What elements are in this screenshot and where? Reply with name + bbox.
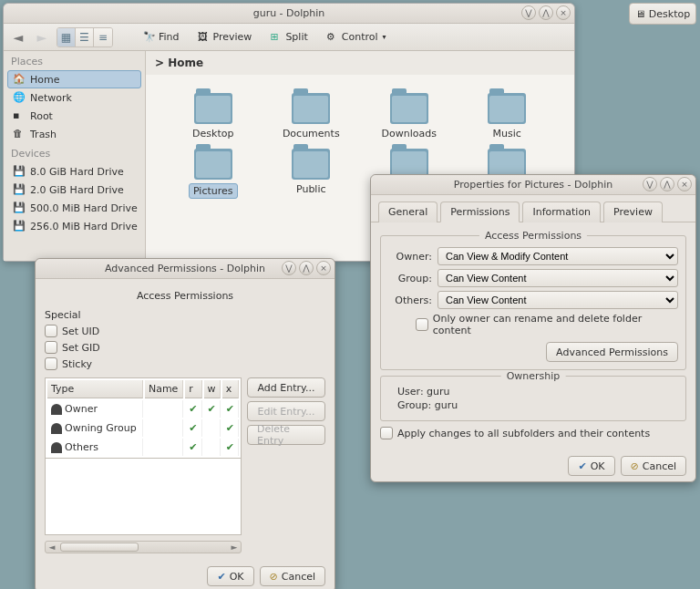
close-button[interactable]: × xyxy=(316,261,331,275)
advanced-permissions-body: Access Permissions Special Set UID Set G… xyxy=(36,279,335,561)
col-x[interactable]: x xyxy=(222,380,239,398)
compact-view-button[interactable]: ☰ xyxy=(76,28,94,46)
cancel-button[interactable]: ⊘Cancel xyxy=(621,456,686,476)
only-owner-checkbox[interactable] xyxy=(416,318,428,331)
maximize-button[interactable]: ⋀ xyxy=(539,5,553,20)
apply-subfolders-checkbox[interactable] xyxy=(380,427,393,439)
scroll-left-icon[interactable]: ◄ xyxy=(46,542,58,552)
owner-select[interactable]: Can View & Modify Content xyxy=(438,247,678,265)
folder-pictures[interactable]: Pictures xyxy=(173,149,253,199)
cancel-icon: ⊘ xyxy=(631,460,639,472)
details-view-button[interactable]: ≡ xyxy=(94,28,112,46)
col-w[interactable]: w xyxy=(204,380,221,398)
folder-music[interactable]: Music xyxy=(468,93,548,140)
sidebar-item-trash[interactable]: 🗑Trash xyxy=(4,125,145,143)
minimize-button[interactable]: ⋁ xyxy=(643,177,657,191)
binoculars-icon: 🔭 xyxy=(143,31,156,44)
forward-button[interactable]: ► xyxy=(33,28,51,46)
group-owner-value: guru xyxy=(435,399,458,411)
table-row[interactable]: Owner✔✔✔ xyxy=(47,400,239,418)
col-type[interactable]: Type xyxy=(47,380,143,398)
drive-icon: 💾 xyxy=(13,220,26,232)
set-gid-checkbox[interactable] xyxy=(45,341,57,354)
gear-icon: ⚙ xyxy=(326,31,339,44)
special-label: Special xyxy=(45,309,325,321)
sidebar-item-drive-3[interactable]: 💾256.0 MiB Hard Drive xyxy=(4,217,145,235)
check-icon: ✔ xyxy=(578,460,586,472)
find-button[interactable]: 🔭Find xyxy=(137,27,186,47)
ok-button[interactable]: ✔OK xyxy=(568,456,614,476)
folder-public[interactable]: Public xyxy=(272,149,352,199)
tab-preview[interactable]: Preview xyxy=(603,202,663,222)
add-entry-button[interactable]: Add Entry... xyxy=(247,377,325,398)
delete-entry-button[interactable]: Delete Entry xyxy=(247,425,325,445)
scroll-right-icon[interactable]: ► xyxy=(228,542,241,552)
group-select[interactable]: Can View Content xyxy=(438,269,678,287)
desktop-switcher[interactable]: 🖥 Desktop xyxy=(629,3,696,25)
table-row[interactable]: Others✔✔ xyxy=(47,439,239,456)
sidebar-item-network[interactable]: 🌐Network xyxy=(4,88,145,107)
places-header: Places xyxy=(4,51,145,70)
root-icon: ▪ xyxy=(13,109,26,122)
table-scrollbar[interactable]: ◄► xyxy=(45,541,242,553)
main-titlebar[interactable]: guru - Dolphin ⋁ ⋀ × xyxy=(4,4,574,24)
main-title: guru - Dolphin xyxy=(253,7,325,19)
folder-desktop[interactable]: Desktop xyxy=(173,93,253,140)
folder-downloads[interactable]: Downloads xyxy=(369,93,449,140)
network-icon: 🌐 xyxy=(13,91,26,104)
drive-icon: 💾 xyxy=(13,183,26,196)
owner-label: Owner: xyxy=(388,251,432,263)
sidebar-item-home[interactable]: 🏠Home xyxy=(7,70,141,88)
control-button[interactable]: ⚙Control▾ xyxy=(320,27,393,47)
icons-view-button[interactable]: ▦ xyxy=(57,28,76,46)
tab-general[interactable]: General xyxy=(378,202,438,222)
sidebar-item-drive-0[interactable]: 💾8.0 GiB Hard Drive xyxy=(4,162,145,181)
sidebar-item-drive-2[interactable]: 💾500.0 MiB Hard Drive xyxy=(4,199,145,217)
split-button[interactable]: ⊞Split xyxy=(263,27,314,47)
others-label: Others: xyxy=(388,294,432,306)
folder-icon xyxy=(194,149,232,180)
close-button[interactable]: × xyxy=(556,5,571,20)
properties-button-row: ✔OK ⊘Cancel xyxy=(371,450,695,481)
user-value: guru xyxy=(427,386,449,398)
maximize-button[interactable]: ⋀ xyxy=(660,177,674,191)
preview-button[interactable]: 🖼Preview xyxy=(191,27,259,47)
scroll-thumb[interactable] xyxy=(60,542,139,552)
tab-permissions[interactable]: Permissions xyxy=(440,202,520,222)
col-r[interactable]: r xyxy=(185,380,201,398)
only-owner-label: Only owner can rename and delete folder … xyxy=(433,313,678,336)
breadcrumb[interactable]: > Home xyxy=(146,51,574,75)
col-name[interactable]: Name xyxy=(145,380,183,398)
sidebar-item-drive-1[interactable]: 💾2.0 GiB Hard Drive xyxy=(4,181,145,199)
properties-body: Access Permissions Owner:Can View & Modi… xyxy=(371,222,695,450)
group-label: Group: xyxy=(388,273,432,284)
folder-documents[interactable]: Documents xyxy=(272,93,352,140)
sticky-checkbox[interactable] xyxy=(45,357,57,370)
trash-icon: 🗑 xyxy=(13,128,26,140)
access-permissions-group: Access Permissions Owner:Can View & Modi… xyxy=(380,235,686,370)
edit-entry-button[interactable]: Edit Entry... xyxy=(247,401,325,421)
others-select[interactable]: Can View Content xyxy=(438,291,678,309)
set-uid-checkbox[interactable] xyxy=(45,325,57,337)
advanced-button-row: ✔OK ⊘Cancel xyxy=(36,561,335,589)
maximize-button[interactable]: ⋀ xyxy=(299,261,314,275)
advanced-permissions-titlebar[interactable]: Advanced Permissions - Dolphin ⋁ ⋀ × xyxy=(36,259,335,279)
minimize-button[interactable]: ⋁ xyxy=(282,261,296,275)
minimize-button[interactable]: ⋁ xyxy=(521,5,536,20)
cancel-icon: ⊘ xyxy=(270,571,278,583)
advanced-permissions-title: Advanced Permissions - Dolphin xyxy=(105,263,265,274)
tab-information[interactable]: Information xyxy=(522,202,601,222)
table-row[interactable]: Owning Group✔✔ xyxy=(47,419,239,437)
ok-button[interactable]: ✔OK xyxy=(207,566,253,586)
back-button[interactable]: ◄ xyxy=(9,28,27,46)
close-button[interactable]: × xyxy=(677,177,692,191)
advanced-permissions-dialog: Advanced Permissions - Dolphin ⋁ ⋀ × Acc… xyxy=(35,258,335,589)
cancel-button[interactable]: ⊘Cancel xyxy=(260,566,325,586)
split-icon: ⊞ xyxy=(270,31,283,44)
folder-icon xyxy=(292,149,330,180)
folder-icon xyxy=(390,93,428,124)
advanced-permissions-button[interactable]: Advanced Permissions xyxy=(546,342,678,362)
sidebar-item-root[interactable]: ▪Root xyxy=(4,107,145,125)
properties-titlebar[interactable]: Properties for Pictures - Dolphin ⋁ ⋀ × xyxy=(371,175,695,195)
folder-icon xyxy=(488,93,526,124)
